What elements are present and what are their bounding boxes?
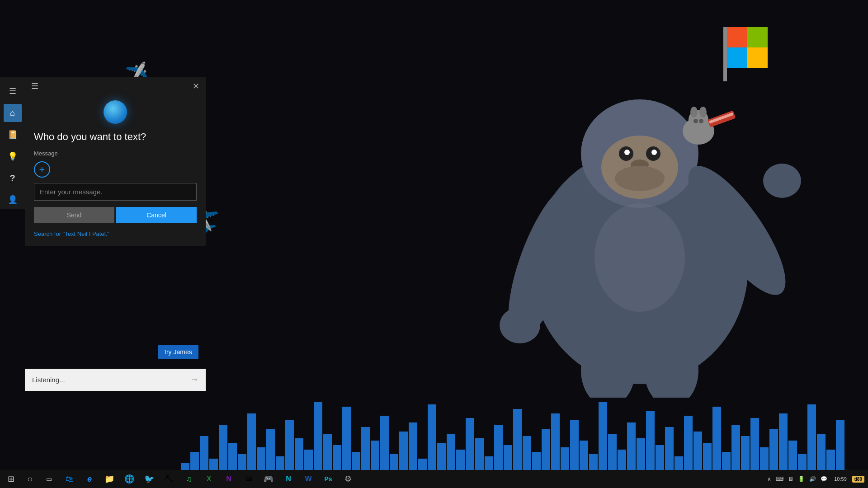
svg-rect-60 [750,418,759,470]
svg-rect-12 [295,438,303,470]
cortana-sidebar: ☰ ⌂ 📔 💡 ? 👤 [0,77,25,209]
sidebar-item-help[interactable]: ? [4,169,22,187]
svg-rect-11 [285,420,294,470]
svg-rect-38 [542,429,550,470]
taskbar-excel[interactable]: X [199,470,219,488]
svg-rect-57 [722,452,731,470]
taskbar-mail[interactable]: ✉ [239,470,259,488]
svg-rect-35 [513,409,522,470]
svg-rect-15 [323,434,332,470]
svg-rect-19 [361,427,370,470]
svg-rect-4 [219,425,227,470]
svg-rect-55 [703,443,712,470]
time-display: 10:59 [834,476,847,482]
cancel-button[interactable]: Cancel [116,207,197,223]
svg-point-94 [690,107,698,117]
svg-rect-18 [352,452,360,470]
svg-rect-88 [727,27,747,47]
svg-rect-9 [266,429,275,470]
chevron-up-icon[interactable]: ∧ [766,476,773,482]
svg-rect-61 [760,447,769,470]
svg-rect-27 [437,443,446,470]
svg-rect-51 [665,427,674,470]
cortana-header: ☰ ✕ [25,77,206,96]
svg-rect-28 [447,434,455,470]
taskbar-minecraft[interactable]: ⛏ [159,470,179,488]
start-button[interactable]: ⊞ [2,470,20,488]
svg-point-81 [500,307,540,343]
taskbar-explorer[interactable]: 📁 [99,470,119,488]
svg-rect-32 [485,456,493,470]
sidebar-item-notebook[interactable]: 📔 [4,126,22,144]
search-link[interactable]: Search for "Text Neil I Patel." [25,230,206,246]
try-james-badge[interactable]: try James [158,345,198,359]
sidebar-item-home[interactable]: ⌂ [4,104,22,122]
listening-arrow-icon: → [190,375,198,385]
taskbar-store[interactable]: 🛍 [60,470,80,488]
svg-rect-39 [551,413,560,470]
svg-rect-3 [209,459,218,470]
svg-rect-7 [247,413,256,470]
lightbulb-icon: 💡 [8,151,18,161]
svg-rect-1 [190,452,199,470]
search-button[interactable]: ○ [21,470,39,488]
mail-icon: ✉ [245,474,252,484]
panel-hamburger-icon[interactable]: ☰ [31,81,38,91]
svg-rect-53 [684,416,693,470]
svg-rect-36 [523,436,531,470]
volume-icon[interactable]: 🔊 [808,476,817,482]
battery-icon[interactable]: 🔋 [797,476,806,482]
cortana-question: Who do you want to text? [25,131,206,150]
hamburger-icon: ☰ [9,86,16,96]
taskbar-onenote[interactable]: N [219,470,239,488]
excel-icon: X [207,475,212,483]
taskbar-twitter[interactable]: 🐦 [139,470,159,488]
svg-rect-50 [656,445,664,470]
taskbar-edge[interactable]: e [80,470,99,488]
cortana-logo-container [25,96,206,131]
sidebar-hamburger[interactable]: ☰ [4,82,22,100]
svg-rect-37 [532,452,541,470]
taskbar-chrome[interactable]: 🌐 [119,470,139,488]
svg-rect-0 [181,463,189,470]
onenote-icon: N [226,475,231,483]
listening-text: Listening... [32,376,65,384]
svg-rect-33 [494,425,503,470]
svg-rect-40 [561,447,569,470]
sidebar-item-profile[interactable]: 👤 [4,191,22,209]
gorilla-illustration [448,5,832,398]
taskbar-photoshop[interactable]: Ps [318,470,338,488]
svg-rect-2 [200,436,208,470]
network-icon[interactable]: 🖥 [787,476,795,482]
svg-rect-34 [504,445,512,470]
svg-point-76 [624,150,630,155]
taskbar-settings[interactable]: ⚙ [338,470,358,488]
minecraft-icon: ⛏ [165,474,173,484]
home-icon: ⌂ [10,108,15,118]
task-view-button[interactable]: ▭ [40,470,58,488]
taskbar-spotify[interactable]: ♫ [179,470,199,488]
settings-icon: ⚙ [344,474,352,484]
svg-rect-59 [741,436,750,470]
taskbar-word[interactable]: W [298,470,318,488]
svg-rect-47 [627,422,636,470]
notification-icon[interactable]: 💬 [819,476,829,482]
sidebar-item-ideas[interactable]: 💡 [4,147,22,165]
svg-point-79 [615,166,665,191]
profile-icon: 👤 [8,195,18,205]
notepad-icon: N [286,475,291,483]
keyboard-icon[interactable]: ⌨ [774,476,785,482]
listening-bar[interactable]: Listening... → [25,369,206,391]
message-input[interactable] [34,183,197,201]
svg-point-95 [699,107,707,117]
taskbar-right: ∧ ⌨ 🖥 🔋 🔊 💬 10:59 ti80 [766,476,866,483]
add-recipient-button[interactable]: + [34,161,50,178]
svg-rect-5 [228,443,237,470]
svg-point-86 [594,203,685,312]
taskbar-xbox[interactable]: 🎮 [259,470,278,488]
taskbar-notepad[interactable]: N [278,470,298,488]
svg-rect-62 [769,429,778,470]
svg-point-83 [763,164,801,198]
send-button[interactable]: Send [34,207,114,223]
close-button[interactable]: ✕ [193,81,199,91]
